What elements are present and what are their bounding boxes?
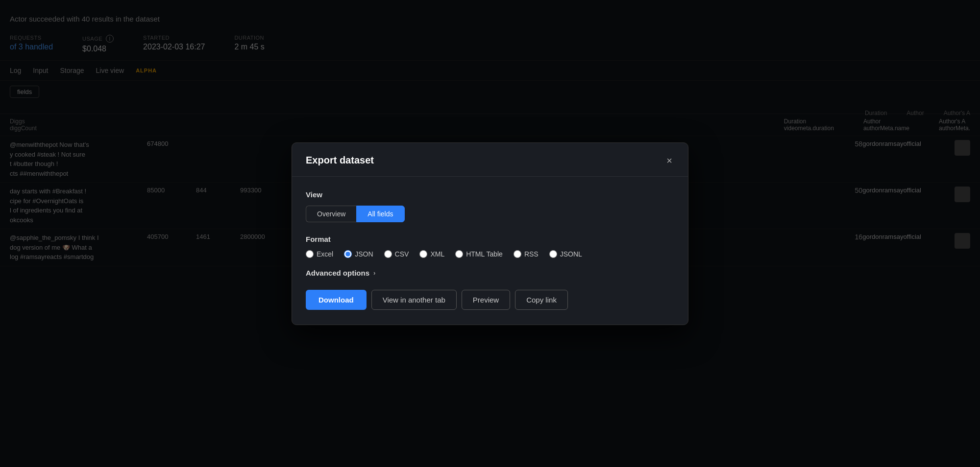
download-button[interactable]: Download (306, 290, 367, 310)
format-section-label: Format (306, 235, 674, 243)
preview-button[interactable]: Preview (462, 290, 510, 310)
format-radio-xml[interactable] (419, 250, 427, 258)
action-buttons-group: Download View in another tab Preview Cop… (306, 290, 674, 310)
advanced-options-row[interactable]: Advanced options › (306, 269, 674, 277)
format-label-jsonl: JSONL (560, 250, 582, 258)
view-section-label: View (306, 190, 674, 199)
modal-title: Export dataset (306, 155, 374, 166)
modal-header: Export dataset × (292, 143, 688, 177)
view-toggle-group: Overview All fields (306, 206, 674, 222)
view-in-another-tab-button[interactable]: View in another tab (371, 290, 457, 310)
format-label-xml: XML (430, 250, 444, 258)
copy-link-button[interactable]: Copy link (515, 290, 568, 310)
format-label-rss: RSS (524, 250, 539, 258)
format-radio-rss[interactable] (514, 250, 521, 258)
format-option-xml[interactable]: XML (419, 250, 444, 258)
view-btn-all-fields[interactable]: All fields (356, 206, 404, 222)
modal-body: View Overview All fields Format Excel JS… (292, 177, 688, 325)
format-label-html-table: HTML Table (466, 250, 503, 258)
format-radio-jsonl[interactable] (549, 250, 557, 258)
modal-overlay: Export dataset × View Overview All field… (0, 0, 980, 467)
format-option-excel[interactable]: Excel (306, 250, 333, 258)
format-radio-excel[interactable] (306, 250, 314, 258)
modal-close-button[interactable]: × (664, 154, 674, 167)
advanced-options-label: Advanced options (306, 269, 369, 277)
format-radio-html-table[interactable] (455, 250, 463, 258)
format-label-csv: CSV (395, 250, 409, 258)
format-radio-csv[interactable] (384, 250, 392, 258)
format-radio-json[interactable] (344, 250, 352, 258)
format-option-json[interactable]: JSON (344, 250, 373, 258)
format-option-rss[interactable]: RSS (514, 250, 539, 258)
export-dataset-modal: Export dataset × View Overview All field… (292, 142, 688, 325)
format-option-csv[interactable]: CSV (384, 250, 409, 258)
format-option-html-table[interactable]: HTML Table (455, 250, 503, 258)
format-label-json: JSON (355, 250, 373, 258)
format-options-group: Excel JSON CSV XML HTML Table (306, 250, 674, 258)
format-label-excel: Excel (317, 250, 333, 258)
view-btn-overview[interactable]: Overview (306, 206, 356, 222)
chevron-right-icon: › (373, 269, 375, 277)
format-option-jsonl[interactable]: JSONL (549, 250, 582, 258)
